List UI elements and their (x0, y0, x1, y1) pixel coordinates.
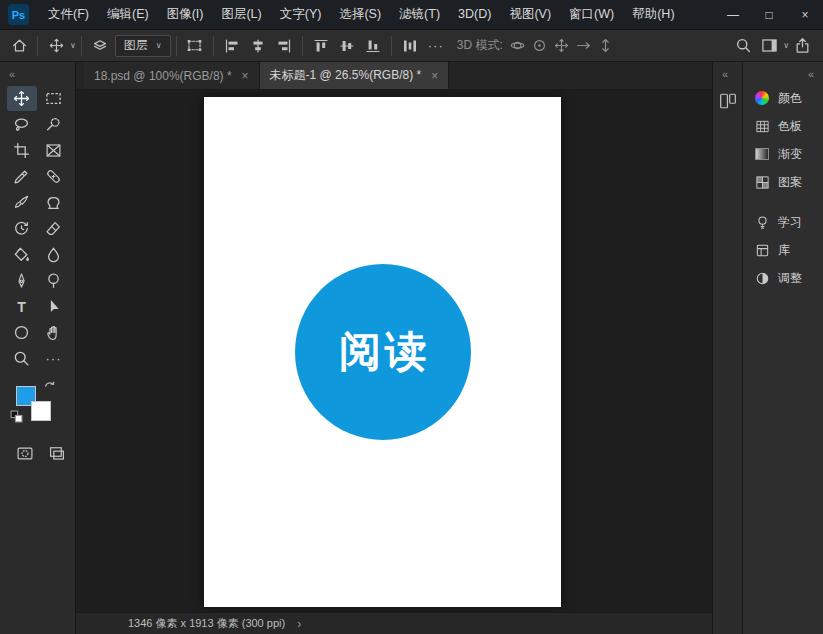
show-transform-controls-toggle[interactable] (182, 33, 208, 59)
tool-brush[interactable] (7, 190, 37, 215)
tool-move[interactable] (7, 86, 37, 111)
menu-edit[interactable]: 编辑(E) (98, 0, 158, 29)
collapse-toolbar-button[interactable]: « (0, 62, 75, 86)
screen-mode-icon[interactable] (48, 445, 66, 462)
tool-quick-selection[interactable] (39, 112, 69, 137)
tool-pen[interactable] (7, 268, 37, 293)
menu-image[interactable]: 图像(I) (158, 0, 213, 29)
document-tab-18psd[interactable]: 18.psd @ 100%(RGB/8) * × (84, 62, 260, 89)
search-icon[interactable] (730, 33, 756, 59)
tool-path-selection[interactable] (39, 294, 69, 319)
align-middle-button[interactable] (334, 33, 360, 59)
edit-toolbar-button[interactable]: ··· (39, 346, 69, 371)
document-tab-untitled-1[interactable]: 未标题-1 @ 26.5%(RGB/8) * × (260, 62, 450, 89)
panel-item-libraries[interactable]: 库 (743, 236, 823, 264)
3d-scale-icon[interactable] (595, 33, 617, 59)
color-swatches (16, 383, 60, 431)
document-tab-bar: 18.psd @ 100%(RGB/8) * × 未标题-1 @ 26.5%(R… (76, 62, 712, 90)
align-right-button[interactable] (271, 33, 297, 59)
toolbar-mode-row (16, 445, 75, 462)
tool-rectangular-marquee[interactable] (39, 86, 69, 111)
panel-item-gradients[interactable]: 渐变 (743, 140, 823, 168)
close-button[interactable]: × (787, 0, 823, 29)
share-icon[interactable] (789, 33, 815, 59)
panel-item-adjustments[interactable]: 调整 (743, 264, 823, 292)
tool-history-brush[interactable] (7, 216, 37, 241)
quick-mask-icon[interactable] (16, 445, 34, 462)
maximize-button[interactable]: □ (751, 0, 787, 29)
window-controls: — □ × (715, 0, 823, 29)
tool-ellipse-shape[interactable] (7, 320, 37, 345)
align-center-button[interactable] (245, 33, 271, 59)
menu-layer[interactable]: 图层(L) (212, 0, 270, 29)
tool-hand[interactable] (39, 320, 69, 345)
menu-3d[interactable]: 3D(D) (449, 0, 500, 29)
artwork-text: 阅读 (335, 324, 431, 380)
menu-file[interactable]: 文件(F) (39, 0, 98, 29)
panel-item-patterns[interactable]: 图案 (743, 168, 823, 196)
tool-eraser[interactable] (39, 216, 69, 241)
panel-item-label: 调整 (778, 270, 802, 287)
menu-view[interactable]: 视图(V) (500, 0, 560, 29)
3d-orbit-icon[interactable] (507, 33, 529, 59)
default-colors-icon[interactable] (10, 410, 23, 423)
tool-preset-move-icon[interactable] (43, 33, 69, 59)
tool-type[interactable]: T (7, 294, 37, 319)
background-color-swatch[interactable] (31, 401, 51, 421)
more-options-button[interactable]: ··· (423, 33, 449, 59)
close-icon[interactable]: × (431, 69, 438, 83)
auto-select-target-label: 图层 (124, 37, 148, 54)
workspace-switcher-icon[interactable] (756, 33, 782, 59)
panel-group-icon[interactable] (719, 92, 737, 110)
swap-colors-icon[interactable] (43, 379, 56, 392)
close-icon[interactable]: × (242, 69, 249, 83)
tool-dodge[interactable] (39, 268, 69, 293)
tool-blur[interactable] (39, 242, 69, 267)
auto-select-layers-icon[interactable] (87, 33, 113, 59)
adjustments-icon (754, 270, 770, 286)
panel-item-label: 渐变 (778, 146, 802, 163)
menu-type[interactable]: 文字(Y) (271, 0, 331, 29)
align-left-button[interactable] (219, 33, 245, 59)
auto-select-target-dropdown[interactable]: 图层 ∨ (115, 35, 171, 57)
swatches-grid-icon (754, 118, 770, 134)
3d-pan-icon[interactable] (551, 33, 573, 59)
tool-crop[interactable] (7, 138, 37, 163)
title-bar: Ps 文件(F) 编辑(E) 图像(I) 图层(L) 文字(Y) 选择(S) 滤… (0, 0, 823, 30)
home-icon[interactable] (6, 33, 32, 59)
panel-item-learn[interactable]: 学习 (743, 208, 823, 236)
gradient-icon (754, 146, 770, 162)
tool-eyedropper[interactable] (7, 164, 37, 189)
tool-lasso[interactable] (7, 112, 37, 137)
libraries-icon (754, 242, 770, 258)
photoshop-window: Ps 文件(F) 编辑(E) 图像(I) 图层(L) 文字(Y) 选择(S) 滤… (0, 0, 823, 634)
menu-filter[interactable]: 滤镜(T) (390, 0, 449, 29)
align-top-button[interactable] (308, 33, 334, 59)
options-bar: ∨ 图层 ∨ (0, 30, 823, 62)
distribute-horizontal-button[interactable] (397, 33, 423, 59)
expand-panels-button[interactable]: « (713, 62, 742, 88)
panel-item-label: 颜色 (778, 90, 802, 107)
menu-window[interactable]: 窗口(W) (560, 0, 623, 29)
status-options-chevron[interactable]: › (297, 617, 301, 631)
chevron-down-icon[interactable]: ∨ (70, 41, 76, 50)
3d-mode-label: 3D 模式: (457, 37, 503, 54)
panel-item-swatches[interactable]: 色板 (743, 112, 823, 140)
tool-paint-bucket[interactable] (7, 242, 37, 267)
tool-clone-stamp[interactable] (39, 190, 69, 215)
photoshop-logo: Ps (8, 4, 29, 25)
tool-frame[interactable] (39, 138, 69, 163)
document-canvas[interactable]: 阅读 (204, 97, 561, 607)
collapse-panels-button[interactable]: « (743, 62, 823, 84)
3d-slide-icon[interactable] (573, 33, 595, 59)
menu-help[interactable]: 帮助(H) (623, 0, 683, 29)
align-bottom-button[interactable] (360, 33, 386, 59)
tools-grid: T ··· (0, 86, 75, 371)
tab-label: 未标题-1 @ 26.5%(RGB/8) * (270, 67, 422, 84)
panel-item-color[interactable]: 颜色 (743, 84, 823, 112)
minimize-button[interactable]: — (715, 0, 751, 29)
tool-zoom[interactable] (7, 346, 37, 371)
tool-spot-healing-brush[interactable] (39, 164, 69, 189)
3d-roll-icon[interactable] (529, 33, 551, 59)
menu-select[interactable]: 选择(S) (330, 0, 390, 29)
